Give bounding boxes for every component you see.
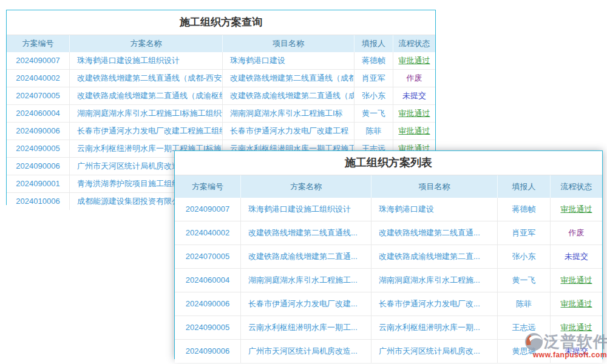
column-header: 项目名称 — [371, 175, 497, 198]
cell-plan-name[interactable]: 珠海鹤港口建设施工组织设计 — [240, 198, 371, 221]
cell-status[interactable]: 未提交 — [550, 245, 602, 268]
table-row[interactable]: 2024060004湖南洞庭湖水库引水工程施工...湖南洞庭湖水库引水工程施..… — [175, 269, 602, 292]
column-header: 方案名称 — [240, 175, 371, 198]
cell-reporter: 王志远 — [497, 316, 550, 339]
cell-reporter: 肖亚军 — [497, 221, 550, 244]
cell-status[interactable]: 审批通过 — [550, 292, 602, 315]
table-row[interactable]: 2024070005改建铁路成渝线增建第二直通线（成渝枢纽）改建铁路成渝线增建第… — [7, 87, 435, 105]
cell-reporter: 黄一飞 — [354, 105, 393, 122]
plan-list-table: 施工组织方案列表 方案编号方案名称项目名称填报人流程状态 2024090007珠… — [174, 150, 603, 359]
cell-project-name[interactable]: 云南水利枢纽潜明水库一期... — [371, 316, 497, 339]
cell-project-name[interactable]: 改建铁路成渝线增建第二直通线（成渝枢纽） — [222, 87, 354, 104]
cell-plan-id[interactable]: 2024090005 — [175, 316, 240, 339]
cell-plan-id[interactable]: 2024090005 — [7, 140, 69, 157]
cell-plan-id[interactable]: 2024090001 — [7, 175, 69, 192]
table-row[interactable]: 2024070005改建铁路成渝线增建第二直通...改建铁路成渝线增建第二直..… — [175, 245, 602, 269]
table-row[interactable]: 2024040002改建铁路线增建第二线直通线（成都-西安）改建铁路线增建第二线… — [7, 70, 435, 87]
cell-reporter: 蒋德帧 — [354, 52, 393, 69]
column-header: 项目名称 — [222, 35, 354, 52]
cell-plan-name[interactable]: 珠海鹤港口建设施工组织设计 — [69, 52, 222, 69]
column-header: 流程状态 — [393, 35, 435, 52]
cell-reporter: 张小东 — [497, 245, 550, 268]
column-header: 方案名称 — [69, 35, 222, 52]
cell-reporter: 张小东 — [354, 87, 393, 104]
cell-project-name[interactable]: 珠海鹤港口建设 — [371, 198, 497, 221]
column-header: 方案编号 — [175, 175, 240, 198]
table-row[interactable]: 2024090006长春市伊通河水力发电厂改建...长春市伊通河水力发电厂改..… — [175, 292, 602, 316]
cell-project-name[interactable]: 长春市伊通河水力发电厂改... — [371, 292, 497, 315]
cell-reporter: 肖亚军 — [354, 70, 393, 87]
cell-status[interactable]: 作废 — [550, 221, 602, 244]
cell-project-name[interactable]: 湖南洞庭湖水库引水工程施工I标 — [222, 105, 354, 122]
cell-plan-name[interactable]: 长春市伊通河水力发电厂改建... — [240, 292, 371, 315]
cell-plan-name[interactable]: 广州市天河区统计局机房改造... — [240, 340, 371, 363]
cell-plan-name[interactable]: 湖南洞庭湖水库引水工程施工I标施工组织设计 — [69, 105, 222, 122]
cell-reporter: 陈菲 — [354, 123, 393, 140]
cell-status[interactable]: 作废 — [393, 70, 435, 87]
cell-plan-id[interactable]: 2024090006 — [7, 158, 69, 175]
cell-plan-name[interactable]: 改建铁路线增建第二线直通线（成都-西安） — [69, 70, 222, 87]
cell-plan-id[interactable]: 2024090006 — [7, 123, 69, 140]
cell-status[interactable]: 审批通过 — [550, 269, 602, 292]
cell-status[interactable]: 审批通过 — [393, 123, 435, 140]
column-header: 填报人 — [354, 35, 393, 52]
plan-query-table-header: 方案编号方案名称项目名称填报人流程状态 — [7, 35, 435, 52]
cell-plan-name[interactable]: 云南水利枢纽潜明水库一期工... — [240, 316, 371, 339]
cell-plan-id[interactable]: 2024090007 — [175, 198, 240, 221]
cell-plan-name[interactable]: 改建铁路成渝线增建第二直通线（成渝枢纽） — [69, 87, 222, 104]
cell-status[interactable]: 审批通过 — [393, 105, 435, 122]
table-row[interactable]: 2024040002改建铁路线增建第二线直通线...改建铁路线增建第二线直通..… — [175, 221, 602, 245]
cell-status[interactable]: 审批通过 — [550, 316, 602, 339]
cell-project-name[interactable]: 广州市天河区统计局机房改... — [371, 340, 497, 363]
cell-plan-name[interactable]: 湖南洞庭湖水库引水工程施工... — [240, 269, 371, 292]
cell-plan-id[interactable]: 2024010006 — [7, 193, 69, 210]
cell-plan-id[interactable]: 2024090006 — [175, 340, 240, 363]
plan-list-table-title: 施工组织方案列表 — [175, 151, 602, 175]
table-row[interactable]: 2024090007珠海鹤港口建设施工组织设计珠海鹤港口建设蒋德帧审批通过 — [7, 52, 435, 70]
plan-list-table-body: 2024090007珠海鹤港口建设施工组织设计珠海鹤港口建设蒋德帧审批通过202… — [175, 198, 602, 363]
cell-plan-id[interactable]: 2024040002 — [7, 70, 69, 87]
table-row[interactable]: 2024090006广州市天河区统计局机房改造...广州市天河区统计局机房改..… — [175, 340, 602, 363]
cell-plan-id[interactable]: 2024090006 — [175, 292, 240, 315]
table-row[interactable]: 2024090005云南水利枢纽潜明水库一期工...云南水利枢纽潜明水库一期..… — [175, 316, 602, 340]
cell-status[interactable]: 未提交 — [550, 340, 602, 363]
cell-reporter: 黄一飞 — [497, 269, 550, 292]
cell-project-name[interactable]: 改建铁路成渝线增建第二直... — [371, 245, 497, 268]
table-row[interactable]: 2024090006长春市伊通河水力发电厂改建工程施工组织设计长春市伊通河水力发… — [7, 123, 435, 140]
table-row[interactable]: 2024060004湖南洞庭湖水库引水工程施工I标施工组织设计湖南洞庭湖水库引水… — [7, 105, 435, 123]
cell-project-name[interactable]: 改建铁路线增建第二线直通线（成都-西安） — [222, 70, 354, 87]
column-header: 填报人 — [497, 175, 550, 198]
cell-plan-id[interactable]: 2024060004 — [175, 269, 240, 292]
cell-project-name[interactable]: 湖南洞庭湖水库引水工程施... — [371, 269, 497, 292]
plan-list-table-header: 方案编号方案名称项目名称填报人流程状态 — [175, 175, 602, 198]
cell-plan-id[interactable]: 2024070005 — [175, 245, 240, 268]
cell-reporter: 黄思璐 — [497, 340, 550, 363]
cell-plan-name[interactable]: 改建铁路线增建第二线直通线... — [240, 221, 371, 244]
plan-query-table-title: 施工组织方案查询 — [7, 10, 435, 35]
cell-project-name[interactable]: 长春市伊通河水力发电厂改建工程 — [222, 123, 354, 140]
cell-status[interactable]: 未提交 — [393, 87, 435, 104]
cell-plan-id[interactable]: 2024090007 — [7, 52, 69, 69]
cell-project-name[interactable]: 改建铁路线增建第二线直通... — [371, 221, 497, 244]
cell-plan-id[interactable]: 2024070005 — [7, 87, 69, 104]
cell-status[interactable]: 审批通过 — [393, 52, 435, 69]
cell-project-name[interactable]: 珠海鹤港口建设 — [222, 52, 354, 69]
table-row[interactable]: 2024090007珠海鹤港口建设施工组织设计珠海鹤港口建设蒋德帧审批通过 — [175, 198, 602, 221]
cell-reporter: 陈菲 — [497, 292, 550, 315]
cell-plan-name[interactable]: 改建铁路成渝线增建第二直通... — [240, 245, 371, 268]
cell-plan-id[interactable]: 2024040002 — [175, 221, 240, 244]
cell-status[interactable]: 审批通过 — [550, 198, 602, 221]
column-header: 方案编号 — [7, 35, 69, 52]
cell-reporter: 蒋德帧 — [497, 198, 550, 221]
column-header: 流程状态 — [550, 175, 602, 198]
cell-plan-name[interactable]: 长春市伊通河水力发电厂改建工程施工组织设计 — [69, 123, 222, 140]
cell-plan-id[interactable]: 2024060004 — [7, 105, 69, 122]
